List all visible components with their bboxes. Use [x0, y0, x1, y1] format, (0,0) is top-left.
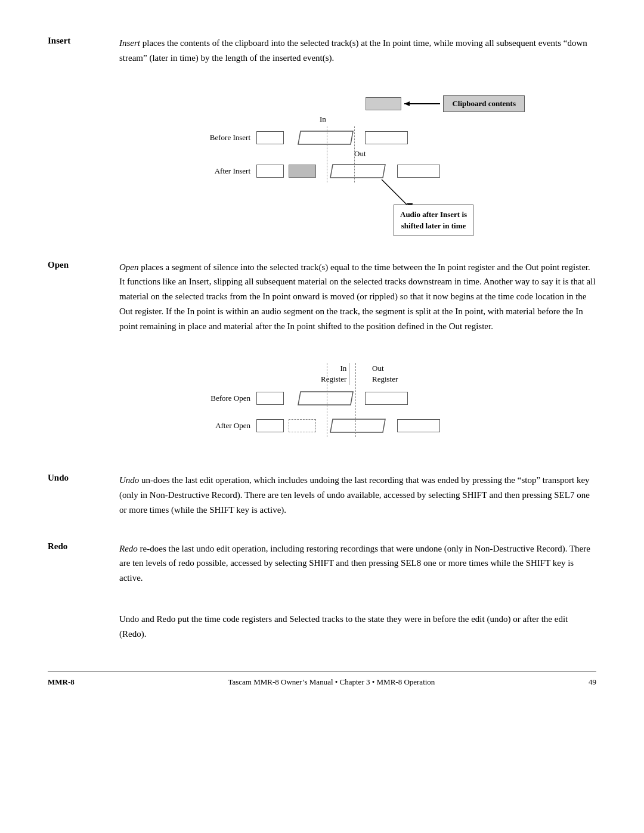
redo-desc-body: re-does the last undo edit operation, in…: [119, 544, 590, 583]
redo-extra-text: Undo and Redo put the time code register…: [119, 612, 596, 642]
undo-desc-body: un-does the last edit operation, which i…: [119, 475, 590, 515]
open-term: Open: [119, 262, 139, 272]
out-label: Out: [354, 149, 366, 159]
callout-line1: Audio after Insert is: [400, 210, 467, 219]
open-dashed-in: [327, 363, 327, 437]
open-dashed-out: [355, 363, 356, 437]
svg-marker-7: [330, 419, 385, 432]
dashed-line-in: [327, 126, 327, 182]
clipboard-label: Clipboard contents: [443, 95, 525, 112]
insert-diagram: Clipboard contents In Before Insert: [191, 95, 525, 182]
before-insert-label: Before Insert: [191, 133, 256, 143]
callout-box: Audio after Insert is shifted later in t…: [394, 205, 473, 236]
redo-label: Redo: [48, 541, 119, 552]
svg-marker-6: [298, 392, 353, 405]
open-label: Open: [48, 260, 119, 270]
insert-diagram-container: Clipboard contents In Before Insert: [95, 95, 596, 182]
svg-marker-2: [298, 131, 353, 144]
insert-term: Insert: [119, 38, 140, 48]
insert-label: Insert: [48, 36, 119, 46]
undo-label: Undo: [48, 473, 119, 483]
redo-description: Redo re-does the last undo edit operatio…: [119, 541, 596, 586]
undo-block: Undo Undo un-does the last edit operatio…: [48, 473, 596, 517]
in-register-label: InRegister: [321, 363, 349, 385]
before-open-label: Before Open: [191, 394, 256, 403]
redo-block: Redo Redo re-does the last undo edit ope…: [48, 541, 596, 586]
svg-marker-3: [330, 165, 385, 178]
after-open-label: After Open: [191, 421, 256, 431]
insert-desc-body: places the contents of the clipboard int…: [119, 38, 587, 63]
out-register-label: OutRegister: [370, 363, 398, 385]
open-block: Open Open places a segment of silence in…: [48, 260, 596, 334]
page-content: Insert Insert places the contents of the…: [48, 36, 596, 687]
insert-description: Insert places the contents of the clipbo…: [119, 36, 596, 66]
undo-description: Undo un-does the last edit operation, wh…: [119, 473, 596, 517]
callout-line2: shifted later in time: [401, 221, 466, 230]
dashed-line-out: [354, 126, 355, 182]
footer-right: 49: [589, 677, 596, 687]
insert-block: Insert Insert places the contents of the…: [48, 36, 596, 66]
open-diagram-container: InRegister OutRegister Before Open: [95, 363, 596, 437]
in-label: In: [320, 114, 326, 124]
redo-extra-block: Undo and Redo put the time code register…: [48, 612, 596, 642]
open-description: Open places a segment of silence into th…: [119, 260, 596, 334]
svg-marker-1: [404, 101, 410, 106]
undo-term: Undo: [119, 475, 139, 485]
footer-left: MMR-8: [48, 677, 75, 687]
after-insert-label: After Insert: [191, 166, 256, 176]
redo-term: Redo: [119, 544, 138, 553]
open-diagram: InRegister OutRegister Before Open: [191, 363, 525, 437]
footer-center: Tascam MMR-8 Owner’s Manual • Chapter 3 …: [228, 677, 435, 687]
page-footer: MMR-8 Tascam MMR-8 Owner’s Manual • Chap…: [48, 671, 596, 687]
open-desc-body: places a segment of silence into the sel…: [119, 262, 596, 331]
